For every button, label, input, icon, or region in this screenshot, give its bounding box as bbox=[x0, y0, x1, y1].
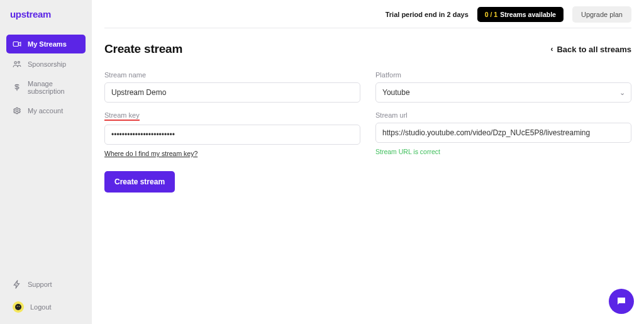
users-icon bbox=[13, 60, 21, 69]
svg-point-5 bbox=[17, 306, 18, 307]
chat-icon bbox=[616, 296, 627, 307]
svg-point-2 bbox=[18, 62, 19, 64]
camera-icon bbox=[13, 40, 21, 48]
sidebar-item-label: Manage subscription bbox=[28, 80, 79, 95]
sidebar-item-logout[interactable]: Logout bbox=[6, 296, 86, 318]
main: Trial period end in 2 days 0 / 1 Streams… bbox=[92, 0, 644, 324]
page-header: Create stream ‹ Back to all streams bbox=[104, 42, 631, 56]
sidebar-nav: My Streams Sponsorship Manage subscripti… bbox=[6, 35, 86, 120]
sidebar-bottom: Support Logout bbox=[6, 275, 86, 318]
stream-url-label: Stream url bbox=[375, 111, 631, 119]
sidebar-item-label: My Streams bbox=[28, 40, 67, 48]
streams-label: Streams available bbox=[500, 11, 556, 18]
svg-point-4 bbox=[15, 304, 21, 310]
sidebar-item-label: Support bbox=[28, 281, 52, 288]
stream-name-input[interactable] bbox=[104, 82, 360, 103]
sidebar-item-label: Sponsorship bbox=[28, 60, 66, 68]
upgrade-plan-button[interactable]: Upgrade plan bbox=[572, 6, 631, 23]
chat-fab[interactable] bbox=[609, 289, 634, 314]
svg-point-6 bbox=[19, 306, 20, 307]
stream-key-input[interactable] bbox=[104, 125, 360, 145]
avatar-icon bbox=[13, 301, 24, 313]
sidebar-item-manage-subscription[interactable]: Manage subscription bbox=[6, 75, 86, 100]
sidebar-item-support[interactable]: Support bbox=[6, 275, 86, 294]
platform-label: Platform bbox=[375, 71, 631, 79]
sidebar-item-sponsorship[interactable]: Sponsorship bbox=[6, 55, 86, 74]
sidebar-item-my-streams[interactable]: My Streams bbox=[6, 35, 86, 53]
gear-icon bbox=[13, 106, 21, 115]
streams-available-pill: 0 / 1 Streams available bbox=[477, 7, 564, 22]
stream-url-field: Stream url Stream URL is correct bbox=[375, 111, 631, 157]
bolt-icon bbox=[13, 280, 21, 289]
svg-point-1 bbox=[14, 62, 17, 64]
stream-name-label: Stream name bbox=[104, 71, 360, 79]
svg-rect-0 bbox=[13, 42, 18, 47]
platform-select[interactable] bbox=[375, 82, 631, 103]
stream-name-field: Stream name bbox=[104, 71, 360, 103]
stream-url-hint: Stream URL is correct bbox=[375, 148, 631, 155]
page-title: Create stream bbox=[104, 42, 182, 56]
create-stream-form: Stream name Platform ⌄ Stream key Where … bbox=[104, 71, 631, 157]
sidebar-item-label: Logout bbox=[30, 303, 52, 311]
sidebar: upstream My Streams Sponsorship Manage s… bbox=[0, 0, 92, 324]
sidebar-item-label: My account bbox=[28, 107, 63, 115]
create-stream-button[interactable]: Create stream bbox=[104, 171, 175, 193]
svg-point-3 bbox=[16, 109, 18, 112]
trial-text: Trial period end in 2 days bbox=[386, 11, 469, 18]
back-link-label: Back to all streams bbox=[557, 45, 631, 54]
sidebar-item-my-account[interactable]: My account bbox=[6, 101, 86, 120]
back-to-all-streams-link[interactable]: ‹ Back to all streams bbox=[550, 45, 631, 54]
platform-field: Platform ⌄ bbox=[375, 71, 631, 103]
stream-key-help-link[interactable]: Where do I find my stream key? bbox=[104, 150, 360, 157]
brand-logo: upstream bbox=[10, 9, 86, 20]
stream-key-label: Stream key bbox=[104, 111, 140, 121]
stream-key-field: Stream key Where do I find my stream key… bbox=[104, 111, 360, 157]
streams-count: 0 / 1 bbox=[485, 11, 497, 18]
chevron-left-icon: ‹ bbox=[550, 45, 553, 53]
stream-url-input[interactable] bbox=[375, 123, 631, 143]
topbar: Trial period end in 2 days 0 / 1 Streams… bbox=[104, 6, 631, 28]
dollar-icon bbox=[13, 83, 21, 92]
